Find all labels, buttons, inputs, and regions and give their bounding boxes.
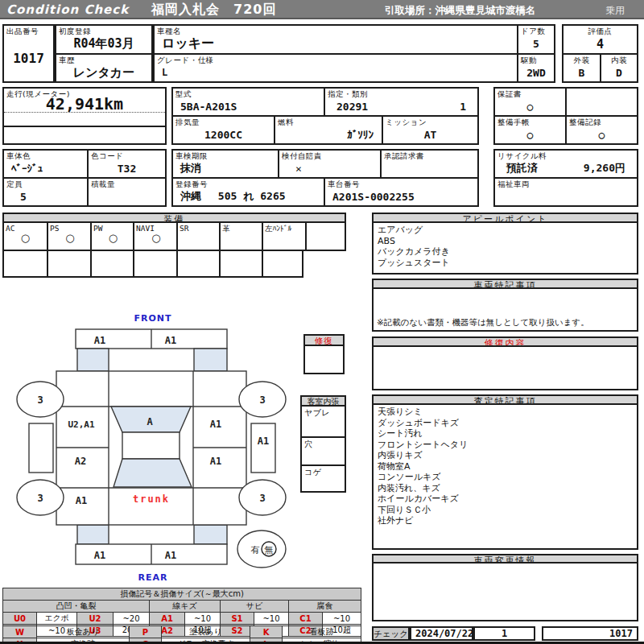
mileage-value: 42,941km [4,96,165,112]
history-value: レンタカー [56,64,151,80]
welfare-value [495,188,637,204]
exterior-value: B [564,64,600,80]
doors-value: 5 [518,35,554,52]
legend-group-rust: サビ [221,601,289,613]
front-left-pillar-panel [77,349,109,371]
mission-value: AT [383,126,477,142]
mark-wheel-front-right: 3 [259,394,265,406]
legend-group-dent: 凸凹・亀裂 [3,601,150,613]
legend-title: 損傷記号＆損傷サイズ(～最大cm) [3,588,361,601]
mark-bumper-front-left: A1 [94,335,105,346]
mark-windshield: A [147,416,153,427]
divider [4,112,165,113]
lot-number-cell: 出品番号 1017 [2,24,55,83]
change-info-box [372,562,638,621]
disclaimer-note: ※記載のない書類・機器等は無しとして取り扱います。 [377,317,589,328]
designation-class: 1 [460,101,466,113]
cabin-row-hole: 穴 [304,439,313,450]
vehicle-category: 乗用 [605,4,625,18]
mark-panel-right-mid: A1 [210,456,221,467]
reg-number-value: 沖縄 505 れ 6265 [173,188,324,204]
load-value [89,188,165,204]
registration-group: 車検期限 抹消 検付自賠責 × 承認請求書 登録番号 沖縄 505 れ 6265… [171,149,479,207]
chassis-value: A201S-0002255 [325,188,477,204]
type-group: 型式 5BA-A201S 指定・類別 20291 1 排気量 1200CC 燃料… [171,87,479,145]
recycle-status: 預託済 [506,161,538,175]
title-bar: Condition Check 福岡入札会 720回 引取場所：沖縄県豊見城市渡… [0,0,644,19]
warranty-value: ○ [495,98,565,114]
interior-value: D [601,64,637,80]
lot-value: 1017 [4,35,53,80]
car-top-view-diagram: A1 A1 3 3 3 3 U2,A1 A2 A1 A A1 A1 A1 A1 … [0,326,298,569]
cabin-lining-box: ヤブレ 穴 コゲ [300,405,346,493]
recycle-group: リサイクル料 預託済 9,260円 福祉車両 [493,149,638,207]
divider [4,126,165,127]
recycle-amount: 9,260円 [584,161,625,175]
trunk-label: trunk [133,493,170,505]
mark-panel-left-front: U2,A1 [68,419,94,430]
right-side-panel [251,423,275,473]
repair-marker-box [303,345,345,374]
vehicle-notes-box: ※記載のない書類・機器等は無しとして取り扱います。 [372,287,638,332]
grade-value: L [155,64,517,80]
mark-bumper-rear-right: A1 [165,550,176,561]
left-side-panel [29,423,53,473]
equipment-cell: PS○ [47,223,92,250]
color-code-value: T32 [89,160,165,176]
score-group: 評価点 4 外装 B 内装 D [562,24,638,83]
approval-value [382,160,477,176]
auction-title: 福岡入札会 720回 [151,2,276,19]
mark-wheel-front-left: 3 [37,394,43,406]
rear-left-pillar-panel [77,525,109,544]
mark-panel-right-front: A1 [210,419,221,430]
score-value: 4 [564,35,637,52]
maintenance-record-value: ○ [567,126,637,142]
recycle-value: 預託済 9,260円 [495,160,637,176]
legend-group-scratch: 線キズ [150,601,221,613]
check-count-cell: 1 [473,626,535,641]
check-lot-cell: 1017 [542,626,638,641]
designation-number: 20291 [336,101,368,113]
color-group: 車体色 ﾍﾞｰｼﾞｭ 色コード T32 定員 5 積載量 [2,149,167,207]
model-group: 車種名 ロッキー グレード・仕様 L ドア数 5 駆動 2WD [153,24,555,83]
body-color-value: ﾍﾞｰｼﾞｭ [4,160,87,176]
equipment-cell [305,223,346,250]
equipment-cell: NAVI○ [133,223,178,250]
mark-panel-left-mid: A2 [75,456,86,467]
assessment-items: 天張りシミ ダッシュボードキズ シート汚れ フロントシートヘタリ 内張りキズ 荷… [374,405,637,528]
assessment-box: 天張りシミ ダッシュボードキズ シート汚れ フロントシートヘタリ 内張りキズ 荷… [372,403,638,550]
equipment-cell: 革 [219,223,263,250]
capacity-value: 5 [4,188,87,204]
mileage-group: 走行(現メーター) 42,941km [2,87,167,145]
displacement-value: 1200CC [173,126,274,142]
insurance-value: × [279,160,380,176]
warranty-blank-cell [565,89,637,115]
cabin-row-burn: コゲ [304,467,321,478]
reg-history-group: 初度登録 R04年03月 車歴 レンタカー [55,24,153,83]
auction-sheet: Condition Check 福岡入札会 720回 引取場所：沖縄県豊見城市渡… [0,0,644,644]
rear-window [114,459,192,487]
mark-bumper-front-right: A1 [165,335,176,346]
equipment-cell: AC○ [4,223,47,250]
type-code-value: 5BA-A201S [173,98,324,114]
front-right-pillar-panel [194,349,227,371]
mark-wheel-rear-left: 3 [37,493,43,504]
appeal-box: エアバッグ ABS バックカメラ付き プッシュスタート [372,221,638,275]
brand-logo: Condition Check [6,2,129,17]
presence-no-label: 無 [265,545,274,555]
equipment-cell: 左ﾊﾝﾄﾞﾙ [262,223,307,250]
mark-wheel-rear-right: 3 [259,493,265,504]
check-date-cell: 2024/07/22 [410,626,473,641]
equipment-row-values: AC○ PS○ PW○ NAVI○ SR 革 左ﾊﾝﾄﾞﾙ [2,221,346,251]
rear-right-pillar-panel [194,525,227,544]
inspection-value: 抹消 [173,160,278,176]
pickup-location: 引取場所：沖縄県豊見城市渡橋名 [385,4,536,18]
equipment-row-empty [2,250,303,278]
legend-group-corrosion: 腐食 [289,601,361,613]
appeal-items: エアバッグ ABS バックカメラ付き プッシュスタート [374,223,637,270]
rear-label: REAR [125,572,181,583]
mark-bumper-rear-left: A1 [94,550,105,561]
designation-value: 20291 1 [325,98,477,114]
drive-value: 2WD [518,64,554,80]
repair-content-box [372,345,638,390]
